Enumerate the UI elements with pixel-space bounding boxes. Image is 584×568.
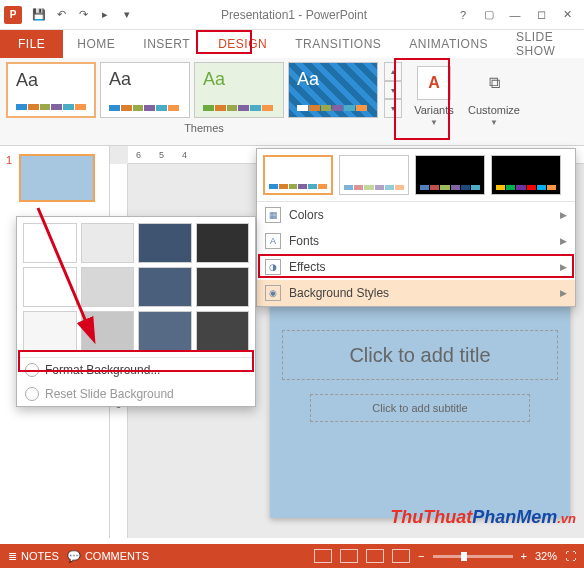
variant-thumb-4[interactable] (491, 155, 561, 195)
themes-group: Aa Aa Aa Aa ▴▾▾ Themes (6, 62, 402, 145)
variant-menu: ▦Colors▶ AFonts▶ ◑Effects▶ ◉Background S… (257, 201, 575, 306)
bg-swatch[interactable] (81, 267, 135, 307)
view-sorter-button[interactable] (340, 549, 358, 563)
bg-swatch[interactable] (138, 311, 192, 351)
format-bg-icon (25, 363, 39, 377)
qat-start-icon[interactable]: ▸ (95, 5, 115, 25)
chevron-right-icon: ▶ (560, 288, 567, 298)
bg-swatch[interactable] (138, 267, 192, 307)
background-swatches (17, 217, 255, 357)
fonts-icon: A (265, 233, 281, 249)
bg-swatch[interactable] (196, 267, 250, 307)
zoom-level[interactable]: 32% (535, 550, 557, 562)
bg-swatch[interactable] (196, 223, 250, 263)
tab-slideshow[interactable]: SLIDE SHOW (502, 30, 584, 58)
chevron-down-icon[interactable]: ▼ (490, 118, 498, 127)
restore-button[interactable]: ◻ (528, 5, 554, 25)
bg-swatch[interactable] (138, 223, 192, 263)
app-icon: P (4, 6, 22, 24)
theme-thumb-2[interactable]: Aa (100, 62, 190, 118)
comments-button[interactable]: 💬COMMENTS (67, 550, 149, 563)
menu-colors[interactable]: ▦Colors▶ (257, 202, 575, 228)
theme-thumb-4[interactable]: Aa (288, 62, 378, 118)
colors-icon: ▦ (265, 207, 281, 223)
status-bar: ≣NOTES 💬COMMENTS − + 32% ⛶ (0, 544, 584, 568)
menu-format-background[interactable]: Format Background... (17, 358, 255, 382)
bg-swatch[interactable] (23, 311, 77, 351)
title-placeholder[interactable]: Click to add title (282, 330, 558, 380)
zoom-out-button[interactable]: − (418, 550, 424, 562)
zoom-slider[interactable] (433, 555, 513, 558)
view-reading-button[interactable] (366, 549, 384, 563)
customize-group[interactable]: ⧉ Customize ▼ (464, 62, 524, 145)
fit-to-window-button[interactable]: ⛶ (565, 550, 576, 562)
variants-dropdown: ▦Colors▶ AFonts▶ ◑Effects▶ ◉Background S… (256, 148, 576, 307)
subtitle-placeholder[interactable]: Click to add subtitle (310, 394, 530, 422)
slide-canvas[interactable]: Click to add title Click to add subtitle (270, 288, 570, 518)
ribbon-options-icon[interactable]: ▢ (476, 5, 502, 25)
variant-thumb-2[interactable] (339, 155, 409, 195)
palette-bar (16, 104, 86, 110)
chevron-right-icon: ▶ (560, 210, 567, 220)
title-bar: P 💾 ↶ ↷ ▸ ▾ Presentation1 - PowerPoint ?… (0, 0, 584, 30)
customize-icon: ⧉ (477, 66, 511, 100)
theme-gallery-scroll[interactable]: ▴▾▾ (384, 62, 402, 118)
chevron-right-icon: ▶ (560, 262, 567, 272)
notes-button[interactable]: ≣NOTES (8, 550, 59, 563)
variants-icon: A (417, 66, 451, 100)
tab-insert[interactable]: INSERT (129, 30, 204, 58)
menu-effects[interactable]: ◑Effects▶ (257, 254, 575, 280)
bg-swatch[interactable] (23, 223, 77, 263)
background-icon: ◉ (265, 285, 281, 301)
tab-file[interactable]: FILE (0, 30, 63, 58)
view-normal-button[interactable] (314, 549, 332, 563)
variant-thumb-row (257, 149, 575, 201)
menu-background-styles[interactable]: ◉Background Styles▶ (257, 280, 575, 306)
comments-icon: 💬 (67, 550, 81, 563)
variant-thumb-3[interactable] (415, 155, 485, 195)
effects-icon: ◑ (265, 259, 281, 275)
view-slideshow-button[interactable] (392, 549, 410, 563)
slide-thumbnail-1[interactable] (19, 154, 95, 202)
minimize-button[interactable]: — (502, 5, 528, 25)
bg-swatch[interactable] (81, 311, 135, 351)
ribbon-tabs: FILE HOME INSERT DESIGN TRANSITIONS ANIM… (0, 30, 584, 58)
chevron-down-icon[interactable]: ▼ (430, 118, 438, 127)
themes-group-label: Themes (6, 122, 402, 134)
reset-bg-icon (25, 387, 39, 401)
qat-undo-icon[interactable]: ↶ (51, 5, 71, 25)
window-title: Presentation1 - PowerPoint (138, 8, 450, 22)
slide-number: 1 (6, 154, 12, 166)
tab-design[interactable]: DESIGN (204, 30, 281, 58)
notes-icon: ≣ (8, 550, 17, 563)
bg-swatch[interactable] (196, 311, 250, 351)
help-icon[interactable]: ? (450, 5, 476, 25)
background-styles-popup: Format Background... Reset Slide Backgro… (16, 216, 256, 407)
close-button[interactable]: ✕ (554, 5, 580, 25)
bg-swatch[interactable] (81, 223, 135, 263)
tab-transitions[interactable]: TRANSITIONS (281, 30, 395, 58)
qat-redo-icon[interactable]: ↷ (73, 5, 93, 25)
menu-fonts[interactable]: AFonts▶ (257, 228, 575, 254)
background-menu: Format Background... Reset Slide Backgro… (17, 357, 255, 406)
bg-swatch[interactable] (23, 267, 77, 307)
tab-animations[interactable]: ANIMATIONS (395, 30, 502, 58)
tab-home[interactable]: HOME (63, 30, 129, 58)
theme-thumb-3[interactable]: Aa (194, 62, 284, 118)
qat-save-icon[interactable]: 💾 (29, 5, 49, 25)
variants-group[interactable]: A Variants ▼ (404, 62, 464, 145)
qat-customize-icon[interactable]: ▾ (117, 5, 137, 25)
theme-thumb-1[interactable]: Aa (6, 62, 96, 118)
ribbon-body: Aa Aa Aa Aa ▴▾▾ Themes A Variants ▼ ⧉ Cu… (0, 58, 584, 146)
watermark: ThuThuatPhanMem.vn (390, 507, 576, 528)
variant-thumb-1[interactable] (263, 155, 333, 195)
zoom-in-button[interactable]: + (521, 550, 527, 562)
menu-reset-background[interactable]: Reset Slide Background (17, 382, 255, 406)
chevron-right-icon: ▶ (560, 236, 567, 246)
